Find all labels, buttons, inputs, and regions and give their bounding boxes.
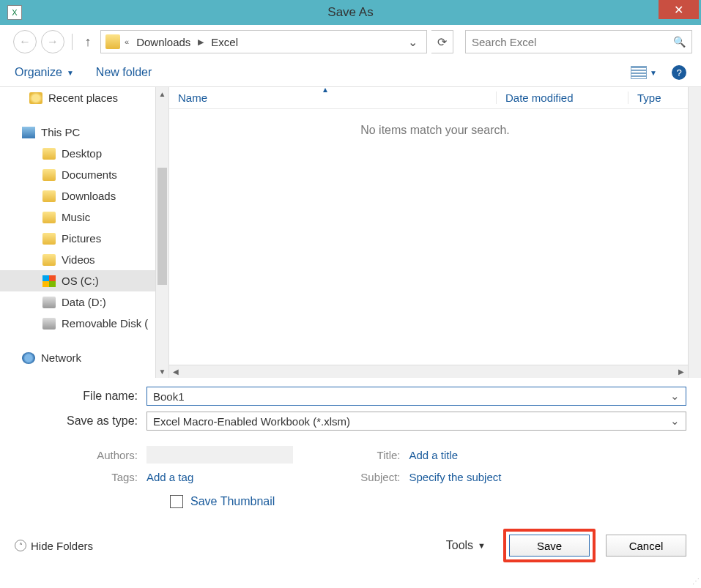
search-input[interactable] <box>472 36 673 48</box>
folder-icon <box>105 34 120 49</box>
divider <box>72 34 73 50</box>
resize-grip[interactable]: ⋰ <box>692 577 698 585</box>
column-date[interactable]: Date modified <box>496 92 628 104</box>
footer: ˄Hide Folders Tools▼ Save Cancel <box>0 523 701 574</box>
drive-icon <box>42 318 56 330</box>
scroll-right-icon[interactable]: ▶ <box>675 365 688 378</box>
network-icon <box>22 352 35 364</box>
overflow-chevron[interactable]: « <box>125 37 129 46</box>
sidebar-data-d[interactable]: Data (D:) <box>0 291 168 313</box>
scroll-up-icon[interactable]: ▲ <box>156 87 168 100</box>
chevron-up-icon: ˄ <box>15 540 26 551</box>
filename-label: File name: <box>15 390 146 403</box>
sidebar-removable[interactable]: Removable Disk ( <box>0 313 168 334</box>
tags-label: Tags: <box>15 471 146 483</box>
window-title: Save As <box>327 5 373 20</box>
sidebar-scrollbar[interactable]: ▲ ▼ <box>155 87 168 378</box>
back-button[interactable]: ← <box>13 30 37 53</box>
drive-icon <box>42 297 56 308</box>
filelist-vscroll[interactable] <box>688 87 701 378</box>
up-button[interactable]: ↑ <box>80 34 96 50</box>
folder-icon <box>42 148 56 160</box>
sidebar-recent[interactable]: Recent places <box>0 87 168 108</box>
search-icon[interactable]: 🔍 <box>673 36 686 48</box>
filetype-select[interactable]: Excel Macro-Enabled Workbook (*.xlsm)⌄ <box>146 412 686 431</box>
organize-menu[interactable]: Organize▼ <box>15 66 74 79</box>
hide-folders-button[interactable]: ˄Hide Folders <box>15 540 93 552</box>
sidebar-music[interactable]: Music <box>0 206 168 228</box>
scroll-thumb[interactable] <box>157 168 167 285</box>
refresh-button[interactable]: ⟳ <box>431 30 453 53</box>
save-button[interactable]: Save <box>509 535 590 557</box>
breadcrumb-downloads[interactable]: Downloads <box>133 36 193 48</box>
search-box[interactable]: 🔍 <box>465 30 692 53</box>
nav-bar: ← → ↑ « Downloads ▶ Excel ⌄ ⟳ 🔍 <box>0 25 701 59</box>
file-list-pane: ▴ Name Date modified Type No items match… <box>168 87 701 378</box>
folder-icon <box>42 254 56 266</box>
folder-icon <box>42 233 56 245</box>
forward-button[interactable]: → <box>41 30 64 53</box>
metadata: Authors: Tags:Add a tag Title:Add a titl… <box>0 441 701 488</box>
new-folder-button[interactable]: New folder <box>96 66 152 79</box>
empty-message: No items match your search. <box>169 109 701 137</box>
help-button[interactable]: ? <box>672 65 686 80</box>
sort-indicator-icon: ▴ <box>323 84 327 94</box>
tools-menu[interactable]: Tools▼ <box>446 539 486 552</box>
save-form: File name: Book1⌄ Save as type: Excel Ma… <box>0 378 701 441</box>
folder-icon <box>42 190 56 202</box>
view-button[interactable]: ▼ <box>631 66 657 79</box>
pc-icon <box>22 127 35 138</box>
sidebar-this-pc[interactable]: This PC <box>0 122 168 143</box>
chevron-right-icon: ▶ <box>198 37 204 47</box>
authors-field[interactable] <box>146 446 293 464</box>
sidebar-documents[interactable]: Documents <box>0 164 168 185</box>
sidebar-network[interactable]: Network <box>0 347 168 368</box>
folder-icon <box>42 169 56 181</box>
breadcrumb-dropdown[interactable]: ⌄ <box>404 35 422 49</box>
chevron-down-icon[interactable]: ⌄ <box>670 390 680 403</box>
scroll-down-icon[interactable]: ▼ <box>156 365 168 378</box>
folder-icon <box>42 212 56 223</box>
toolbar: Organize▼ New folder ▼ ? <box>0 59 701 86</box>
sidebar-os-c[interactable]: OS (C:) <box>0 270 168 291</box>
column-headers: ▴ Name Date modified Type <box>169 87 701 109</box>
list-view-icon <box>631 66 647 79</box>
breadcrumb[interactable]: « Downloads ▶ Excel ⌄ <box>100 30 427 53</box>
recent-icon <box>29 92 42 104</box>
filetype-label: Save as type: <box>15 414 146 428</box>
tags-field[interactable]: Add a tag <box>146 471 193 483</box>
windows-icon <box>42 275 56 287</box>
horizontal-scrollbar[interactable]: ◀ ▶ <box>169 365 688 378</box>
save-thumbnail-label[interactable]: Save Thumbnail <box>190 495 275 508</box>
title-bar: X Save As ✕ <box>0 0 701 25</box>
subject-field[interactable]: Specify the subject <box>409 471 502 483</box>
breadcrumb-excel[interactable]: Excel <box>208 36 241 48</box>
close-button[interactable]: ✕ <box>659 0 699 19</box>
filename-input[interactable]: Book1⌄ <box>146 387 686 406</box>
sidebar-pictures[interactable]: Pictures <box>0 228 168 249</box>
chevron-down-icon[interactable]: ⌄ <box>670 414 680 428</box>
subject-label: Subject: <box>351 471 409 483</box>
title-field[interactable]: Add a title <box>409 449 459 461</box>
title-label: Title: <box>351 449 409 461</box>
sidebar-downloads[interactable]: Downloads <box>0 185 168 206</box>
save-thumbnail-checkbox[interactable] <box>170 495 183 508</box>
cancel-button[interactable]: Cancel <box>606 535 686 557</box>
sidebar-desktop[interactable]: Desktop <box>0 143 168 164</box>
sidebar: Recent places This PC Desktop Documents … <box>0 87 168 378</box>
scroll-left-icon[interactable]: ◀ <box>169 365 182 378</box>
sidebar-videos[interactable]: Videos <box>0 249 168 270</box>
save-highlight: Save <box>503 529 596 562</box>
app-icon: X <box>7 5 22 20</box>
authors-label: Authors: <box>15 449 146 461</box>
column-name[interactable]: Name <box>169 92 496 104</box>
